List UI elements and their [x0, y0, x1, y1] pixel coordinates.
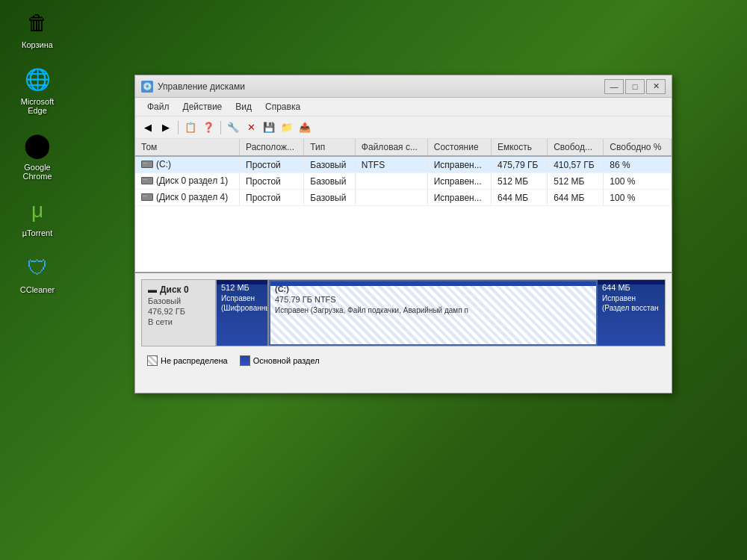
desktop-icon-recycle[interactable]: 🗑 Корзина [11, 7, 63, 49]
forward-button[interactable]: ▶ [158, 119, 174, 136]
col-header-name[interactable]: Том [135, 139, 240, 156]
cell-fs-4 [355, 190, 427, 206]
properties-button[interactable]: 📋 [182, 119, 199, 136]
cell-capacity-1: 512 МБ [491, 173, 547, 190]
cell-type-4: Базовый [304, 190, 356, 206]
back-button[interactable]: ◀ [140, 119, 156, 136]
window-controls: — □ ✕ [604, 79, 666, 94]
disk-segment-recovery[interactable]: 644 МБ Исправен (Раздел восстан [598, 280, 665, 346]
cell-free-pct-0: 86 % [604, 156, 672, 173]
table-row[interactable]: (Диск 0 раздел 1) Простой Базовый Исправ… [135, 173, 672, 190]
disk-icon-0: ▬ [148, 284, 157, 295]
cell-type-0: Базовый [304, 156, 356, 173]
segment-desc-3: Исправен (Раздел восстан [602, 293, 660, 313]
desktop-icon-edge[interactable]: 🌐 Microsoft Edge [11, 64, 63, 115]
settings-button[interactable]: 🔧 [225, 119, 241, 136]
title-left: 💿 Управление дисками [141, 81, 245, 93]
cell-capacity-0: 475,79 ГБ [491, 156, 547, 173]
legend-label-unallocated: Не распределена [161, 356, 228, 365]
cell-location-4: Простой [240, 190, 304, 206]
col-header-type[interactable]: Тип [304, 139, 356, 156]
disk-segment-c[interactable]: (C:) 475,79 ГБ NTFS Исправен (Загрузка, … [269, 280, 598, 346]
cell-fs-0: NTFS [355, 156, 427, 173]
disk-map-segments-0: 512 МБ Исправен (Шифрованны (C:) 475,79 … [216, 279, 666, 346]
toolbar-separator-2 [220, 121, 221, 134]
chrome-icon: ⬤ [22, 130, 52, 160]
cell-type-1: Базовый [304, 173, 356, 190]
table-row[interactable]: (C:) Простой Базовый NTFS Исправен... 47… [135, 156, 672, 173]
delete-button[interactable]: ✕ [243, 119, 259, 136]
cell-status-4: Исправен... [427, 190, 491, 206]
cell-location-1: Простой [240, 173, 304, 190]
save-button[interactable]: 💾 [261, 119, 277, 136]
legend-box-unallocated [147, 355, 158, 366]
col-header-free-pct[interactable]: Свободно % [604, 139, 672, 156]
menubar: Файл Действие Вид Справка [135, 98, 672, 116]
disk-management-window: 💿 Управление дисками — □ ✕ Файл Действие… [134, 75, 672, 393]
disk-name-0: ▬ Диск 0 [148, 284, 209, 295]
ccleaner-icon: 🛡 [22, 252, 52, 282]
edge-label: Microsoft Edge [11, 97, 63, 115]
maximize-button[interactable]: □ [625, 79, 645, 94]
menu-file[interactable]: Файл [141, 99, 176, 114]
chrome-label: Google Chrome [11, 163, 63, 181]
menu-action[interactable]: Действие [177, 99, 229, 114]
window-titlebar: 💿 Управление дисками — □ ✕ [135, 75, 672, 98]
utorrent-icon: μ [22, 196, 52, 225]
desktop-icon-utorrent[interactable]: μ µTorrent [11, 196, 63, 237]
desktop-icon-chrome[interactable]: ⬤ Google Chrome [11, 130, 63, 181]
row-icon-4: (Диск 0 раздел 4) [141, 192, 228, 202]
desktop-icon-ccleaner[interactable]: 🛡 CCleaner [11, 252, 63, 294]
close-button[interactable]: ✕ [646, 79, 666, 94]
row-name-4: (Диск 0 раздел 4) [156, 192, 228, 202]
cell-capacity-4: 644 МБ [491, 190, 547, 206]
segment-size-1: 512 МБ [221, 283, 263, 292]
legend-unallocated: Не распределена [147, 355, 228, 366]
toolbar-separator-1 [178, 121, 179, 134]
utorrent-label: µTorrent [22, 228, 53, 237]
col-header-capacity[interactable]: Емкость [491, 139, 547, 156]
menu-view[interactable]: Вид [229, 99, 258, 114]
row-name-c: (C:) [156, 159, 171, 169]
cell-fs-1 [355, 173, 427, 190]
segment-desc-1: Исправен (Шифрованны [221, 293, 263, 313]
cell-name-1: (Диск 0 раздел 1) [135, 173, 240, 190]
segment-size-c: 475,79 ГБ NTFS [275, 295, 592, 304]
drive-icon-c [141, 161, 153, 168]
disk-table-area: Том Располож... Тип Файловая с... Состоя… [135, 139, 672, 273]
open-button[interactable]: 📁 [279, 119, 295, 136]
disk-map-area: ▬ Диск 0 Базовый 476,92 ГБ В сети 512 МБ… [135, 273, 672, 393]
desktop-icons: 🗑 Корзина 🌐 Microsoft Edge ⬤ Google Chro… [11, 7, 63, 294]
col-header-status[interactable]: Состояние [427, 139, 491, 156]
edge-icon: 🌐 [22, 64, 52, 94]
recycle-label: Корзина [22, 40, 53, 49]
legend-box-primary [240, 355, 250, 366]
cell-name-c: (C:) [135, 156, 240, 173]
recycle-icon: 🗑 [22, 7, 52, 37]
minimize-button[interactable]: — [604, 79, 624, 94]
table-header-row: Том Располож... Тип Файловая с... Состоя… [135, 139, 672, 156]
window-icon: 💿 [141, 81, 153, 93]
cell-free-4: 644 МБ [548, 190, 604, 206]
legend-label-primary: Основной раздел [253, 356, 320, 365]
window-title: Управление дисками [158, 81, 245, 92]
col-header-fs[interactable]: Файловая с... [355, 139, 427, 156]
disk-segment-boot[interactable]: 512 МБ Исправен (Шифрованны [217, 280, 269, 346]
cell-location-0: Простой [240, 156, 304, 173]
col-header-free[interactable]: Свобод... [548, 139, 604, 156]
col-header-location[interactable]: Располож... [240, 139, 304, 156]
export-button[interactable]: 📤 [297, 119, 313, 136]
help-button[interactable]: ❓ [200, 119, 217, 136]
segment-label-c: (C:) [275, 284, 592, 293]
legend-primary: Основной раздел [240, 355, 320, 366]
disk-size-0: 476,92 ГБ [148, 307, 209, 316]
row-icon-c: (C:) [141, 159, 171, 169]
cell-free-1: 512 МБ [548, 173, 604, 190]
drive-icon-1 [141, 177, 153, 184]
table-row[interactable]: (Диск 0 раздел 4) Простой Базовый Исправ… [135, 190, 672, 206]
segment-desc-c: Исправен (Загрузка, Файл подкачки, Авари… [275, 305, 592, 315]
menu-help[interactable]: Справка [259, 99, 306, 114]
row-icon-1: (Диск 0 раздел 1) [141, 175, 228, 186]
disk-type-0: Базовый [148, 296, 209, 305]
disk-legend: Не распределена Основной раздел [141, 352, 666, 369]
